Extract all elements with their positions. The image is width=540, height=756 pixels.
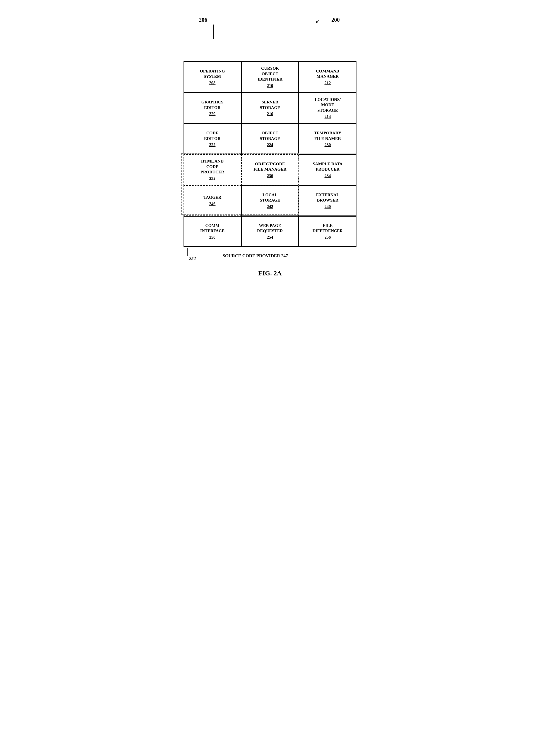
box-os-title: OPERATINGSYSTEM [200,68,225,79]
box-server-title: SERVERSTORAGE [260,99,280,110]
box-os-num: 208 [209,80,215,85]
box-extbrow: EXTERNALBROWSER 240 [299,185,356,216]
box-sample: SAMPLE DATAPRODUCER 234 [299,154,356,185]
box-graphics-num: 220 [209,112,215,116]
diagram: OPERATINGSYSTEM 208 CURSOROBJECTIDENTIFI… [184,61,356,247]
box-cursor-num: 210 [267,83,273,88]
box-locations-title: LOCATIONS/MODESTORAGE [315,97,340,113]
box-locations: LOCATIONS/MODESTORAGE 214 [299,93,356,124]
box-comm: COMMINTERFACE 250 [184,216,241,247]
box-extbrow-num: 240 [325,204,331,209]
box-comm-title: COMMINTERFACE [200,223,224,234]
box-graphics: GRAPHICSEDITOR 220 [184,93,241,124]
page: 206 ↙ 200 OPERATINGSYSTEM 208 CURSOROBJE… [175,6,365,294]
box-sample-title: SAMPLE DATAPRODUCER [313,162,342,172]
box-code-title: CODEEDITOR [204,131,221,141]
fig-caption: FIG. 2A [184,270,356,277]
box-objcode-num: 236 [267,173,273,178]
source-code-label: SOURCE CODE PROVIDER 247 [217,248,288,259]
box-object-num: 224 [267,143,273,147]
box-extbrow-title: EXTERNALBROWSER [316,192,339,203]
box-filediff-num: 256 [325,235,331,240]
box-cursor: CURSOROBJECTIDENTIFIER 210 [241,61,299,93]
box-tagger-num: 246 [209,201,215,206]
box-server-num: 216 [267,112,273,116]
box-objcode: OBJECT/CODEFILE MANAGER 236 [241,154,299,185]
box-tempfile: TEMPORARYFILE NAMER 230 [299,124,356,154]
box-tagger-title: TAGGER [203,195,221,200]
box-code-num: 222 [209,143,215,147]
box-cmd-num: 212 [325,80,331,85]
box-server: SERVERSTORAGE 216 [241,93,299,124]
box-local-num: 242 [267,204,273,209]
box-cursor-title: CURSOROBJECTIDENTIFIER [257,66,282,82]
ref-200-arrow: ↙ [316,18,320,25]
box-webpage-title: WEB PAGEREQUESTER [257,223,283,234]
ref-252: 252 [189,256,196,261]
box-local-title: LOCALSTORAGE [260,192,280,203]
box-html-num: 232 [209,176,215,181]
ref-206: 206 [199,17,207,23]
box-comm-num: 250 [209,235,215,240]
box-local: LOCALSTORAGE 242 [241,185,299,216]
box-tempfile-num: 230 [325,143,331,147]
box-graphics-title: GRAPHICSEDITOR [202,99,223,110]
box-object: OBJECTSTORAGE 224 [241,124,299,154]
box-locations-num: 214 [325,114,331,119]
box-tempfile-title: TEMPORARYFILE NAMER [314,131,341,141]
box-webpage: WEB PAGEREQUESTER 254 [241,216,299,247]
box-os: OPERATINGSYSTEM 208 [184,61,241,93]
box-filediff-title: FILEDIFFERENCER [313,223,342,234]
box-html-title: HTML ANDCODEPRODUCER [201,159,224,175]
box-webpage-num: 254 [267,235,273,240]
box-filediff: FILEDIFFERENCER 256 [299,216,356,247]
diagram-grid: OPERATINGSYSTEM 208 CURSOROBJECTIDENTIFI… [184,61,356,247]
ref-200: 200 [332,17,340,23]
box-html: HTML ANDCODEPRODUCER 232 [184,154,241,185]
box-objcode-title: OBJECT/CODEFILE MANAGER [254,162,286,172]
box-tagger: TAGGER 246 [184,185,241,216]
box-cmd-title: COMMANDMANAGER [316,68,339,79]
box-code: CODEEDITOR 222 [184,124,241,154]
box-object-title: OBJECTSTORAGE [260,131,280,141]
box-sample-num: 234 [325,173,331,178]
box-cmd: COMMANDMANAGER 212 [299,61,356,93]
